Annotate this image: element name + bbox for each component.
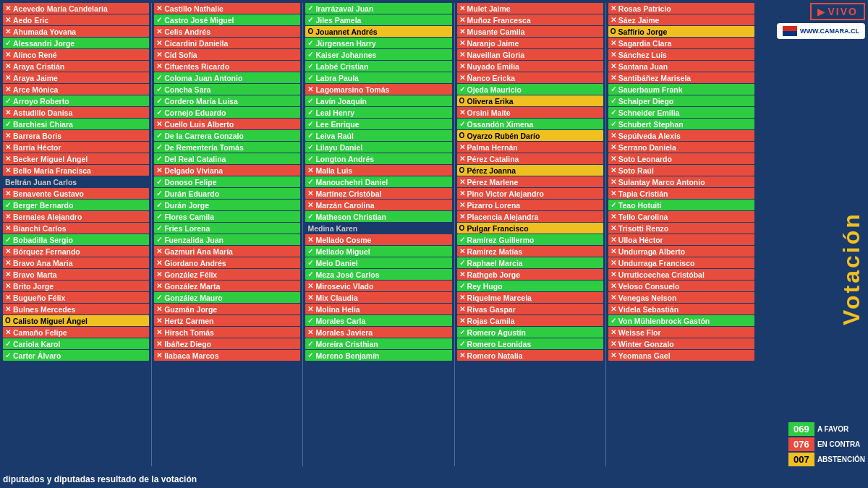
deputy-name: Acevedo María Candelaria <box>13 4 108 13</box>
vote-icon-abstencion: O <box>459 166 465 174</box>
deputy-name: Pino Victor Alejandro <box>467 189 544 198</box>
list-item: ✕González Marta <box>154 281 300 291</box>
list-item: ✓Arroyo Roberto <box>3 95 149 106</box>
deputy-name: Saffirio Jorge <box>618 27 668 36</box>
vote-icon-contra: ✕ <box>5 16 11 24</box>
vote-icon-favor: ✓ <box>610 108 616 116</box>
deputy-name: Fuenzalida Juan <box>164 236 224 244</box>
column-4: ✕Mulet Jaime✕Muñoz Francesca✕Musante Cam… <box>457 3 603 466</box>
list-item: ✕Ilabaca Marcos <box>154 350 300 361</box>
vote-icon-contra: ✕ <box>156 27 162 35</box>
list-item: ✕Sulantay Marco Antonio <box>608 176 754 187</box>
vote-icon-contra: ✕ <box>459 270 465 278</box>
vote-icon-contra: ✕ <box>156 39 162 47</box>
deputy-name: Mirosevic Vlado <box>315 282 373 291</box>
deputy-name: González Félix <box>164 270 217 279</box>
vote-icon-contra: ✕ <box>459 247 465 255</box>
vote-icon-contra: ✕ <box>610 51 616 59</box>
vote-icon-favor: ✓ <box>307 270 313 278</box>
vote-icon-favor: ✓ <box>459 282 465 290</box>
vote-icon-favor: ✓ <box>156 74 162 82</box>
vote-icon-contra: ✕ <box>307 282 313 290</box>
list-item: ✕Camaño Felipe <box>3 327 149 338</box>
list-item: ✓Jürgensen Harry <box>305 38 451 48</box>
list-item: ✕Soto Raúl <box>608 165 754 176</box>
list-item: ✕Benavente Gustavo <box>3 188 149 199</box>
vote-icon-contra: ✕ <box>459 143 465 151</box>
list-item: Medina Karen <box>305 223 451 234</box>
deputy-name: Jouannet Andrés <box>315 27 377 36</box>
deputy-name: Guzmán Jorge <box>164 305 217 314</box>
vote-icon-contra: ✕ <box>5 62 11 70</box>
deputy-name: Rathgeb Jorge <box>467 270 521 279</box>
list-item: ✓Cariola Karol <box>3 338 149 349</box>
vote-icon-favor: ✓ <box>307 340 313 348</box>
deputy-name: Alessandri Jorge <box>13 39 75 48</box>
deputy-name: Cornejo Eduardo <box>164 108 226 117</box>
deputy-name: Moreira Cristhian <box>315 340 378 348</box>
column-divider <box>454 3 455 466</box>
vote-icon-favor: ✓ <box>156 132 162 140</box>
deputy-name: Carter Álvaro <box>13 351 61 360</box>
vote-icon-contra: ✕ <box>5 328 11 336</box>
deputy-name: Brito Jorge <box>13 282 54 291</box>
deputy-name: Cuello Luis Alberto <box>164 120 234 129</box>
list-item: ✕Bello María Francisca <box>3 165 149 176</box>
list-item: OPérez Joanna <box>457 165 603 176</box>
vote-icon-favor: ✓ <box>307 317 313 325</box>
deputy-name: Ilabaca Marcos <box>164 351 218 360</box>
deputy-name: Morales Carla <box>315 317 365 325</box>
list-item: ✕Undurraga Francisco <box>608 257 754 268</box>
vote-icon-favor: ✓ <box>5 39 11 47</box>
vote-icon-favor: ✓ <box>610 97 616 105</box>
deputy-name: Rey Hugo <box>467 282 503 291</box>
abs-count: 007 <box>788 453 814 466</box>
list-item: ✓Fries Lorena <box>154 223 300 234</box>
deputy-name: Leiva Raúl <box>315 132 354 140</box>
deputy-name: Pizarro Lorena <box>467 201 521 210</box>
deputy-name: Musante Camila <box>467 27 525 36</box>
deputy-name: Serrano Daniela <box>618 143 676 152</box>
favor-label: A FAVOR <box>817 425 848 433</box>
deputy-name: De Rementería Tomás <box>164 143 244 152</box>
list-item: OOyarzo Rubén Darío <box>457 130 603 141</box>
deputy-name: Mulet Jaime <box>467 4 511 13</box>
favor-result-row: 069 A FAVOR <box>788 422 865 436</box>
list-item: OJouannet Andrés <box>305 26 451 37</box>
vote-icon-abstencion: O <box>459 132 465 140</box>
list-item: ✕Cid Sofía <box>154 49 300 60</box>
list-item: ✕Soto Leonardo <box>608 153 754 164</box>
list-item: ✕Undurraga Alberto <box>608 246 754 257</box>
deputy-name: Santibáñez Marisela <box>618 74 691 82</box>
vote-icon-contra: ✕ <box>5 132 11 140</box>
list-item: ✕Weisse Flor <box>608 327 754 338</box>
vote-icon-contra: ✕ <box>307 294 313 301</box>
vote-icon-favor: ✓ <box>5 120 11 128</box>
list-item: ✕Santibáñez Marisela <box>608 72 754 83</box>
list-item: ✕Acevedo María Candelaria <box>3 3 149 14</box>
list-item: OSaffirio Jorge <box>608 26 754 37</box>
list-item: ✕Gazmuri Ana María <box>154 246 300 257</box>
list-item: ✕Rathgeb Jorge <box>457 269 603 280</box>
list-item: ✓Raphael Marcia <box>457 257 603 268</box>
deputy-name: Mix Claudia <box>315 294 357 302</box>
deputy-name: Cid Sofía <box>164 51 197 59</box>
deputy-name: Cordero María Luisa <box>164 97 238 106</box>
list-item: ✕Naveillan Gloria <box>457 49 603 60</box>
deputy-name: Yeomans Gael <box>618 351 671 360</box>
vote-icon-contra: ✕ <box>459 178 465 186</box>
vote-icon-contra: ✕ <box>459 108 465 116</box>
deputy-name: Meza José Carlos <box>315 270 379 279</box>
deputy-name: Trisotti Renzo <box>618 224 668 233</box>
deputy-name: Araya Jaime <box>13 74 58 82</box>
vote-icon-contra: ✕ <box>156 305 162 313</box>
deputy-name: Castro José Miguel <box>164 16 234 25</box>
vote-icon-contra: ✕ <box>307 236 313 244</box>
list-item: ✕Muñoz Francesca <box>457 14 603 25</box>
vote-icon-contra: ✕ <box>156 270 162 278</box>
deputy-name: Bulnes Mercedes <box>13 305 75 314</box>
deputy-name: Medina Karen <box>307 224 357 233</box>
vote-icon-favor: ✓ <box>307 143 313 151</box>
list-item: ✕Orsini Maite <box>457 107 603 118</box>
deputy-name: Fries Lorena <box>164 224 210 233</box>
